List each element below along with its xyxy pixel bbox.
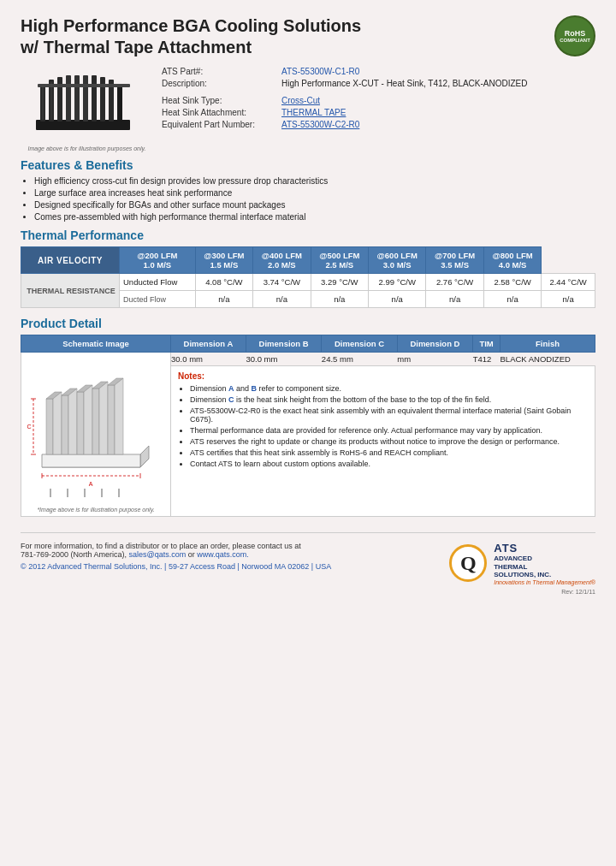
svg-marker-25: [84, 385, 92, 454]
heatsink-illustration: [27, 67, 147, 144]
product-detail-header-row: Schematic Image Dimension A Dimension B …: [21, 335, 595, 353]
thermal-header-col1: @200 LFM1.0 M/S: [120, 247, 196, 274]
schematic-cell: A C *Image above is for illustration: [21, 353, 171, 517]
unducted-val7: 2.44 °C/W: [542, 274, 595, 291]
ats-full2: THERMAL: [494, 563, 595, 572]
thermal-table: AIR VELOCITY @200 LFM1.0 M/S @300 LFM1.5…: [21, 246, 595, 308]
ats-logo-text: ATS ADVANCED THERMAL SOLUTIONS, INC. Inn…: [494, 542, 595, 585]
pd-hdr-dimB: Dimension B: [246, 335, 321, 353]
feature-item: Large surface area increases heat sink p…: [34, 188, 595, 198]
svg-marker-26: [92, 389, 99, 454]
thermal-header-col6: @700 LFM3.5 M/S: [426, 247, 483, 274]
svg-marker-16: [42, 454, 140, 467]
page: High Performance BGA Cooling Solutions w…: [0, 0, 616, 866]
footer-phone: 781-769-2000 (North America),: [21, 550, 127, 559]
svg-rect-6: [83, 75, 88, 122]
unducted-val6: 2.58 °C/W: [483, 274, 541, 291]
ducted-val4: n/a: [368, 291, 425, 308]
features-section: Features & Benefits High efficiency cros…: [21, 158, 595, 222]
svg-marker-17: [46, 399, 53, 454]
heatsink-type-label: Heat Sink Type:: [162, 96, 281, 105]
unducted-val4: 2.99 °C/W: [368, 274, 425, 291]
ducted-label-cell: Ducted Flow: [120, 291, 196, 308]
svg-text:A: A: [89, 481, 93, 487]
heatsink-type-row: Heat Sink Type: Cross-Cut: [162, 96, 595, 105]
ducted-val7: n/a: [542, 291, 595, 308]
desc-label: Description:: [162, 79, 281, 88]
footer-email[interactable]: sales@qats.com: [129, 550, 187, 559]
features-title: Features & Benefits: [21, 158, 595, 172]
footer-copyright: © 2012 Advanced Thermal Solutions, Inc. …: [21, 562, 331, 571]
product-details-box: ATS Part#: ATS-55300W-C1-R0 Description:…: [162, 67, 595, 151]
svg-marker-22: [68, 389, 77, 454]
pd-hdr-dimD: Dimension D: [397, 335, 472, 353]
ducted-val2: n/a: [253, 291, 311, 308]
heatsink-att-value: THERMAL TAPE: [281, 108, 346, 117]
ats-tagline: Innovations in Thermal Management®: [494, 579, 595, 585]
note-item-2: ATS-55300W-C2-R0 is the exact heat sink …: [190, 406, 588, 424]
pd-val-dimD: mm: [397, 353, 472, 366]
schematic-note: *Image above is for illustration purpose…: [25, 507, 167, 513]
svg-marker-23: [77, 392, 84, 454]
pd-val-dimC: 24.5 mm: [322, 353, 397, 366]
heatsink-att-row: Heat Sink Attachment: THERMAL TAPE: [162, 108, 595, 117]
unducted-val5: 2.76 °C/W: [426, 274, 483, 291]
product-detail-data-row: A C *Image above is for illustration: [21, 353, 595, 366]
thermal-header-row: AIR VELOCITY @200 LFM1.0 M/S @300 LFM1.5…: [21, 247, 595, 274]
svg-rect-7: [92, 75, 97, 122]
main-title-block: High Performance BGA Cooling Solutions w…: [21, 15, 361, 58]
pd-hdr-finish: Finish: [500, 335, 595, 353]
description-row: Description: High Performance X-CUT - He…: [162, 79, 595, 88]
pd-hdr-dimA: Dimension A: [171, 335, 246, 353]
svg-marker-28: [99, 382, 108, 454]
thermal-header-col3: @400 LFM2.0 M/S: [253, 247, 311, 274]
thermal-section: Thermal Performance AIR VELOCITY @200 LF…: [21, 228, 595, 308]
thermal-unducted-row: THERMAL RESISTANCE Unducted Flow 4.08 °C…: [21, 274, 595, 291]
thermal-header-col0: AIR VELOCITY: [21, 247, 120, 274]
footer-left: For more information, to find a distribu…: [21, 542, 331, 571]
thermal-header-col5: @600 LFM3.0 M/S: [368, 247, 425, 274]
part-label: ATS Part#:: [162, 67, 281, 76]
feature-item: Designed specifically for BGAs and other…: [34, 200, 595, 210]
footer-contact-text: For more information, to find a distribu…: [21, 542, 301, 550]
ducted-val6: n/a: [483, 291, 541, 308]
footer-website[interactable]: www.qats.com.: [197, 550, 249, 559]
note-item-1: Dimension C is the heat sink height from…: [190, 395, 588, 404]
svg-marker-29: [108, 385, 115, 454]
note-item-4: ATS reserves the right to update or chan…: [190, 437, 588, 446]
thermal-header-col2: @300 LFM1.5 M/S: [195, 247, 252, 274]
feature-item: High efficiency cross-cut fin design pro…: [34, 176, 595, 186]
svg-rect-3: [57, 77, 62, 122]
note-item-3: Thermal performance data are provided fo…: [190, 426, 588, 435]
rohs-label: RoHS: [565, 29, 586, 38]
pd-hdr-schematic: Schematic Image: [21, 335, 171, 353]
svg-text:C: C: [27, 424, 31, 430]
unducted-val2: 3.74 °C/W: [253, 274, 311, 291]
thermal-header-col4: @500 LFM2.5 M/S: [311, 247, 368, 274]
equiv-label: Equivalent Part Number:: [162, 120, 281, 129]
heatsink-att-label: Heat Sink Attachment:: [162, 108, 281, 117]
equiv-value: ATS-55300W-C2-R0: [281, 120, 359, 129]
unducted-val1: 4.08 °C/W: [195, 274, 252, 291]
product-detail-title: Product Detail: [21, 317, 595, 330]
thermal-title: Thermal Performance: [21, 228, 595, 242]
note-item-0: Dimension A and B refer to component siz…: [190, 384, 588, 393]
note-item-5: ATS certifies that this heat sink assemb…: [190, 448, 588, 457]
svg-marker-20: [62, 395, 68, 454]
rohs-compliant-label: COMPLIANT: [560, 38, 590, 43]
part-number-row: ATS Part#: ATS-55300W-C1-R0: [162, 67, 595, 76]
heatsink-type-value: Cross-Cut: [281, 96, 320, 105]
thermal-resistance-label: THERMAL RESISTANCE: [21, 274, 120, 308]
thermal-header-col7: @800 LFM4.0 M/S: [483, 247, 541, 274]
pd-val-dimA: 30.0 mm: [171, 353, 246, 366]
footer-right: Q ATS ADVANCED THERMAL SOLUTIONS, INC. I…: [449, 542, 595, 585]
svg-rect-8: [100, 77, 105, 122]
footer-contact: For more information, to find a distribu…: [21, 542, 331, 559]
feature-item: Comes pre-assembled with high performanc…: [34, 212, 595, 222]
svg-rect-5: [74, 75, 80, 122]
product-detail-table: Schematic Image Dimension A Dimension B …: [21, 335, 595, 517]
features-list: High efficiency cross-cut fin design pro…: [34, 176, 595, 222]
notes-list: Dimension A and B refer to component siz…: [190, 384, 588, 468]
desc-value: High Performance X-CUT - Heat Sink, T412…: [281, 79, 528, 88]
svg-rect-4: [66, 75, 71, 122]
